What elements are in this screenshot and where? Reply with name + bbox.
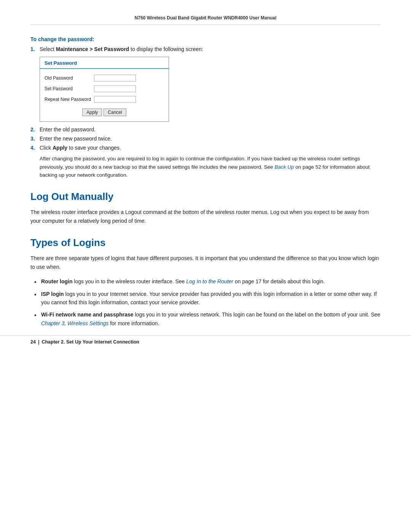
- step-1: 1. Select Maintenance > Set Password to …: [30, 46, 381, 52]
- set-password-row: Set Password: [40, 83, 169, 94]
- header-title: N750 Wireless Dual Band Gigabit Router W…: [135, 15, 277, 21]
- step-3-text: Enter the new password twice.: [40, 136, 112, 142]
- step-2-text: Enter the old password.: [40, 126, 96, 133]
- old-password-label: Old Password: [45, 75, 94, 81]
- set-password-box: Set Password Old Password Set Password R…: [40, 57, 169, 122]
- apply-button[interactable]: Apply: [82, 109, 102, 116]
- footer-separator: |: [38, 339, 40, 345]
- back-up-link[interactable]: Back Up: [274, 164, 294, 170]
- steps-list: 1. Select Maintenance > Set Password to …: [30, 46, 381, 52]
- old-password-input[interactable]: [94, 75, 136, 81]
- types-of-logins-title: Types of Logins: [30, 237, 381, 249]
- step-4: 4. Click Apply to save your changes.: [30, 145, 381, 151]
- steps-2-4: 2. Enter the old password. 3. Enter the …: [30, 126, 381, 151]
- cancel-button[interactable]: Cancel: [104, 109, 126, 116]
- log-out-body: The wireless router interface provides a…: [30, 208, 381, 225]
- page-footer: 24 | Chapter 2. Set Up Your Internet Con…: [0, 335, 411, 345]
- step-2: 2. Enter the old password.: [30, 126, 381, 133]
- step-3: 3. Enter the new password twice.: [30, 136, 381, 142]
- footer-chapter: Chapter 2. Set Up Your Internet Connecti…: [41, 339, 139, 345]
- set-password-label: Set Password: [45, 86, 94, 91]
- password-buttons: Apply Cancel: [40, 109, 169, 116]
- set-password-title: Set Password: [40, 57, 169, 69]
- step-1-num: 1.: [30, 46, 40, 52]
- change-password-heading: To change the password:: [30, 36, 381, 42]
- step-2-num: 2.: [30, 126, 40, 133]
- types-of-logins-intro: There are three separate types of logins…: [30, 254, 381, 272]
- wireless-settings-link[interactable]: Chapter 3, Wireless Settings: [41, 320, 108, 326]
- set-password-input[interactable]: [94, 85, 136, 92]
- bullet-isp-login: ISP login logs you in to your Internet s…: [34, 288, 381, 309]
- step-4-num: 4.: [30, 145, 40, 151]
- repeat-password-label: Repeat New Password: [45, 97, 94, 102]
- login-types-list: Router login logs you in to the wireless…: [34, 275, 381, 329]
- bullet-router-login: Router login logs you in to the wireless…: [34, 275, 381, 288]
- step-3-num: 3.: [30, 136, 40, 142]
- log-in-router-link[interactable]: Log In to the Router: [186, 278, 233, 284]
- bullet-wifi-login: Wi-Fi network name and passphrase logs y…: [34, 308, 381, 329]
- old-password-row: Old Password: [40, 73, 169, 83]
- change-password-note: After changing the password, you are req…: [40, 155, 381, 179]
- repeat-password-input[interactable]: [94, 96, 136, 103]
- footer-page-num: 24: [30, 339, 36, 345]
- page-header: N750 Wireless Dual Band Gigabit Router W…: [30, 15, 381, 25]
- log-out-title: Log Out Manually: [30, 191, 381, 203]
- step-1-text: Select Maintenance > Set Password to dis…: [40, 46, 203, 52]
- repeat-password-row: Repeat New Password: [40, 94, 169, 105]
- step-4-text: Click Apply to save your changes.: [40, 145, 121, 151]
